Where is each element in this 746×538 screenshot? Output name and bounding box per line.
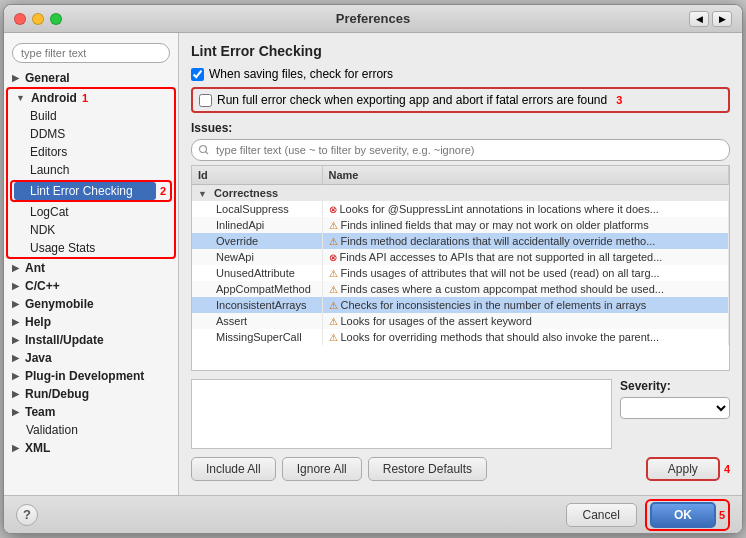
sidebar-item-help[interactable]: Help [6,313,176,331]
table-header-row: Id Name [192,166,729,185]
table-row[interactable]: ▼ Correctness [192,185,729,202]
sidebar-item-label: General [25,71,70,85]
help-button[interactable]: ? [16,504,38,526]
sidebar-item-logcat[interactable]: LogCat [10,203,172,221]
sidebar-item-label: LogCat [30,205,69,219]
forward-arrow[interactable]: ▶ [712,11,732,27]
cell-id: Override [192,233,322,249]
cancel-button[interactable]: Cancel [566,503,637,527]
sidebar-item-ndk[interactable]: NDK [10,221,172,239]
window-controls [14,13,62,25]
back-arrow[interactable]: ◀ [689,11,709,27]
sidebar-item-build[interactable]: Build [10,107,172,125]
annotation-2: 2 [160,185,166,197]
cell-id: AppCompatMethod [192,281,322,297]
error-icon: ⊗ [329,204,337,215]
sidebar-item-rundebug[interactable]: Run/Debug [6,385,176,403]
warning-icon: ⚠ [329,236,338,247]
sidebar-item-lint[interactable]: Lint Error Checking [14,182,156,200]
sidebar-item-launch[interactable]: Launch [10,161,172,179]
sidebar-item-label: Team [25,405,55,419]
category-label: ▼ Correctness [192,185,729,202]
sidebar-search-container [12,43,170,63]
error-icon: ⊗ [329,252,337,263]
footer-right: Cancel OK 5 [566,499,730,531]
warning-icon: ⚠ [329,300,338,311]
checkbox-save[interactable] [191,68,204,81]
sidebar-item-java[interactable]: Java [6,349,176,367]
annotation-4: 4 [724,463,730,475]
sidebar-item-label: Lint Error Checking [30,184,133,198]
sidebar-item-editors[interactable]: Editors [10,143,172,161]
table-row[interactable]: MissingSuperCall ⚠Looks for overriding m… [192,329,729,345]
main-content: General Android 1 Build DDMS Editors L [4,33,742,495]
sidebar-item-xml[interactable]: XML [6,439,176,457]
table-row[interactable]: NewApi ⊗Finds API accesses to APIs that … [192,249,729,265]
sidebar-item-ant[interactable]: Ant [6,259,176,277]
warning-icon: ⚠ [329,332,338,343]
sidebar-item-plugin[interactable]: Plug-in Development [6,367,176,385]
sidebar-item-general[interactable]: General [6,69,176,87]
issues-filter-input[interactable] [191,139,730,161]
window-title: Preferences [336,11,410,26]
ok-button[interactable]: OK [650,502,716,528]
sidebar-item-team[interactable]: Team [6,403,176,421]
warning-icon: ⚠ [329,220,338,231]
bottom-section: Severity: Error Warning Info Ignore [191,379,730,449]
warning-icon: ⚠ [329,284,338,295]
cell-name: ⚠Looks for overriding methods that shoul… [322,329,729,345]
sidebar-item-label: Run/Debug [25,387,89,401]
sidebar-item-usagestats[interactable]: Usage Stats [10,239,172,257]
minimize-button[interactable] [32,13,44,25]
cell-name: ⚠Finds method declarations that will acc… [322,233,729,249]
filter-row [191,139,730,161]
sidebar-item-ddms[interactable]: DDMS [10,125,172,143]
checkbox-export-label: Run full error check when exporting app … [217,93,607,107]
footer-left: ? [16,504,38,526]
severity-select[interactable]: Error Warning Info Ignore [620,397,730,419]
cell-name: ⚠Finds cases where a custom appcompat me… [322,281,729,297]
sidebar-item-cpp[interactable]: C/C++ [6,277,176,295]
apply-button[interactable]: Apply [646,457,720,481]
sidebar-item-label: Android [31,91,77,105]
expand-icon: ▼ [198,189,207,199]
sidebar-search-input[interactable] [12,43,170,63]
annotation-5: 5 [719,509,725,521]
sidebar-item-validation[interactable]: Validation [6,421,176,439]
table-row[interactable]: Override ⚠Finds method declarations that… [192,233,729,249]
maximize-button[interactable] [50,13,62,25]
sidebar-item-label: Ant [25,261,45,275]
cell-id: InlinedApi [192,217,322,233]
table-row[interactable]: UnusedAttribute ⚠Finds usages of attribu… [192,265,729,281]
annotation-1: 1 [82,92,88,104]
checkbox-save-row: When saving files, check for errors [191,67,730,81]
table-row[interactable]: LocalSuppress ⊗Looks for @SuppressLint a… [192,201,729,217]
sidebar-item-genymobile[interactable]: Genymobile [6,295,176,313]
col-header-id: Id [192,166,322,185]
navigation-arrows: ◀ ▶ [689,11,732,27]
sidebar-item-install[interactable]: Install/Update [6,331,176,349]
table-row[interactable]: InconsistentArrays ⚠Checks for inconsist… [192,297,729,313]
table-row[interactable]: Assert ⚠Looks for usages of the assert k… [192,313,729,329]
ignore-all-button[interactable]: Ignore All [282,457,362,481]
sidebar-item-label: Install/Update [25,333,104,347]
sidebar-item-label: Launch [30,163,69,177]
sidebar-item-label: XML [25,441,50,455]
sidebar-item-label: Plug-in Development [25,369,144,383]
include-all-button[interactable]: Include All [191,457,276,481]
table-row[interactable]: AppCompatMethod ⚠Finds cases where a cus… [192,281,729,297]
cell-name: ⚠Looks for usages of the assert keyword [322,313,729,329]
issues-table-container: Id Name ▼ Correctness LocalSuppress ⊗L [191,165,730,371]
sidebar-item-android[interactable]: Android 1 [10,89,172,107]
table-row[interactable]: InlinedApi ⚠Finds inlined fields that ma… [192,217,729,233]
actions-row: Include All Ignore All Restore Defaults … [191,457,730,481]
cell-id: UnusedAttribute [192,265,322,281]
severity-label: Severity: [620,379,730,393]
sidebar-item-label: Editors [30,145,67,159]
cell-name: ⊗Finds API accesses to APIs that are not… [322,249,729,265]
checkbox-export[interactable] [199,94,212,107]
cell-id: InconsistentArrays [192,297,322,313]
close-button[interactable] [14,13,26,25]
restore-defaults-button[interactable]: Restore Defaults [368,457,487,481]
footer: ? Cancel OK 5 [4,495,742,533]
